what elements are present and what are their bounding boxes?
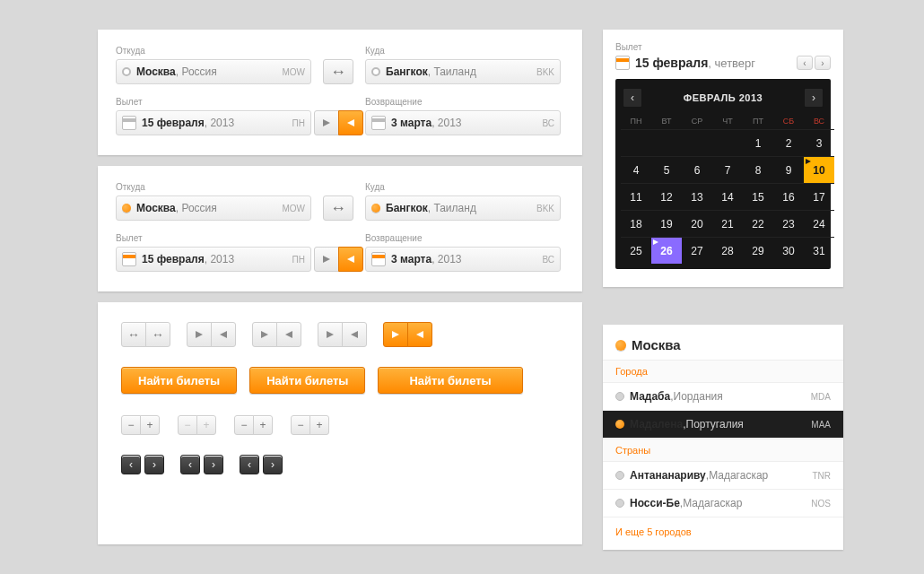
suggest-more[interactable]: И еще 5 городов [603,517,843,537]
calendar-day-cell[interactable]: 24 [804,210,834,237]
calendar-day-cell[interactable]: 22 [743,210,773,237]
calendar-day-cell[interactable]: 15 [743,183,773,210]
calendar-dow-header: СБ [773,113,804,129]
trip-roundtrip[interactable] [407,322,432,347]
trip-roundtrip[interactable] [211,322,236,347]
trip-oneway[interactable] [318,322,343,347]
next-button[interactable]: › [144,455,164,474]
to-field[interactable]: Бангкок , Таиланд BKK [365,59,561,84]
suggest-item[interactable]: Мадалена,ПортугалияMAA [603,411,843,439]
calendar-day-cell[interactable]: 10 [804,156,834,183]
prev-button[interactable]: ‹ [121,455,141,474]
minus-button[interactable]: − [291,415,310,435]
suggest-item[interactable]: Мадаба,ИорданияMDA [603,383,843,411]
calendar-day-cell[interactable]: 29 [743,237,773,264]
from-city: Москва [136,65,176,78]
calendar-day-cell[interactable]: 16 [773,183,804,210]
plane-right-icon [323,256,330,263]
calendar-day-cell[interactable]: 30 [773,237,804,264]
from-field[interactable]: Москва , Россия MOW [116,59,311,84]
calendar-widget: ‹ ФЕВРАЛЬ 2013 › ПНВТСРЧТПТСБВС123456789… [615,79,831,269]
calendar-day-cell[interactable]: 26 [651,237,682,264]
search-button[interactable]: Найти билеты [121,367,237,394]
calendar-day-cell[interactable]: 23 [773,210,804,237]
from-field[interactable]: Москва , Россия MOW [116,196,311,221]
to-field[interactable]: Бангкок , Таиланд BKK [365,196,561,221]
trip-oneway[interactable] [252,322,277,347]
calendar-day-cell[interactable]: 3 [804,129,834,156]
trip-type-toggle[interactable] [314,247,363,272]
suggest-item[interactable]: Носси-Бе,МадагаскарNOS [603,490,843,517]
calendar-day-cell[interactable]: 9 [773,156,804,183]
return-field[interactable]: 3 марта , 2013 ВС [365,110,561,135]
calendar-day-cell[interactable]: 19 [651,210,682,237]
calendar-day-cell[interactable]: 12 [651,183,682,210]
stepper[interactable]: − + [121,415,160,435]
trip-oneway[interactable] [383,322,408,347]
plane-left-icon [351,331,358,338]
suggest-item[interactable]: Антананариву,МадагаскарTNR [603,462,843,490]
trip-roundtrip[interactable] [276,322,301,347]
calendar-day-cell[interactable]: 31 [804,237,834,264]
calendar-day-cell[interactable]: 6 [682,156,712,183]
search-button-wide[interactable]: Найти билеты [378,367,522,394]
calendar-day-cell[interactable]: 11 [621,183,651,210]
calendar-day-cell[interactable]: 7 [712,156,743,183]
prev-button[interactable]: ‹ [180,455,200,474]
calendar-day-cell[interactable]: 20 [682,210,712,237]
stepper[interactable]: − + [178,415,216,435]
calendar-day-cell[interactable]: 27 [682,237,712,264]
calendar-blank [712,129,743,156]
trip-toggle[interactable] [252,322,301,347]
calendar-dow-header: ПН [621,113,651,129]
next-day-button[interactable]: › [815,56,831,70]
trip-roundtrip[interactable] [338,110,363,135]
next-button[interactable]: › [204,455,223,474]
swap-button[interactable]: ↔ [323,196,353,221]
prev-day-button[interactable]: ‹ [797,56,813,70]
plus-button[interactable]: + [309,415,329,435]
calendar-day-cell[interactable]: 5 [651,156,682,183]
calendar-day-cell[interactable]: 13 [682,183,712,210]
prev-month-button[interactable]: ‹ [623,88,642,108]
plus-button[interactable]: + [253,415,273,435]
next-month-button[interactable]: › [804,88,824,108]
trip-oneway[interactable] [187,322,212,347]
trip-toggle[interactable] [187,322,236,347]
stepper[interactable]: − + [234,415,273,435]
calendar-day-cell[interactable]: 18 [621,210,651,237]
from-country-v: Россия [181,65,216,78]
trip-toggle[interactable] [318,322,367,347]
plus-button[interactable]: + [140,415,160,435]
swap-left-button[interactable]: ↔ [121,322,146,347]
to-country: Таиланд [433,202,475,214]
to-label: Куда [365,46,561,56]
departure-field[interactable]: 15 февраля , 2013 ПН [116,110,311,135]
calendar-day-cell[interactable]: 1 [743,129,773,156]
calendar-day-cell[interactable]: 14 [712,183,743,210]
trip-oneway[interactable] [314,247,339,272]
trip-type-toggle[interactable] [314,110,363,135]
trip-roundtrip[interactable] [338,247,363,272]
return-field[interactable]: 3 марта , 2013 ВС [365,247,561,272]
next-button[interactable]: › [263,455,283,474]
calendar-day-cell[interactable]: 28 [712,237,743,264]
departure-field[interactable]: 15 февраля , 2013 ПН [116,247,311,272]
departure-dow: ПН [292,255,305,265]
calendar-day-cell[interactable]: 2 [773,129,804,156]
minus-button[interactable]: − [121,415,141,435]
prev-button[interactable]: ‹ [240,455,259,474]
search-button[interactable]: Найти билеты [249,367,365,394]
calendar-day-cell[interactable]: 21 [712,210,743,237]
stepper[interactable]: − + [291,415,329,435]
calendar-day-cell[interactable]: 8 [743,156,773,183]
trip-roundtrip[interactable] [342,322,367,347]
trip-toggle-active[interactable] [383,322,432,347]
minus-button[interactable]: − [234,415,254,435]
calendar-day-cell[interactable]: 25 [621,237,651,264]
trip-oneway[interactable] [314,110,339,135]
swap-button[interactable]: ↔ [323,59,353,84]
calendar-day-cell[interactable]: 17 [804,183,834,210]
calendar-day-cell[interactable]: 4 [621,156,651,183]
swap-right-button[interactable]: ↔ [145,322,170,347]
